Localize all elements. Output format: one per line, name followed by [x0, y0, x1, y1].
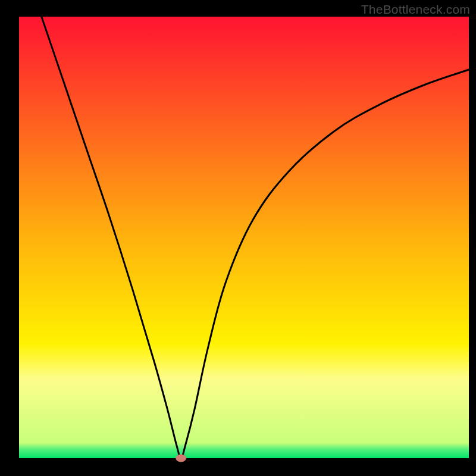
watermark-text: TheBottleneck.com: [361, 2, 470, 17]
optimum-marker: [176, 455, 186, 462]
chart-frame: TheBottleneck.com: [0, 0, 476, 476]
bottleneck-chart: [0, 0, 476, 476]
